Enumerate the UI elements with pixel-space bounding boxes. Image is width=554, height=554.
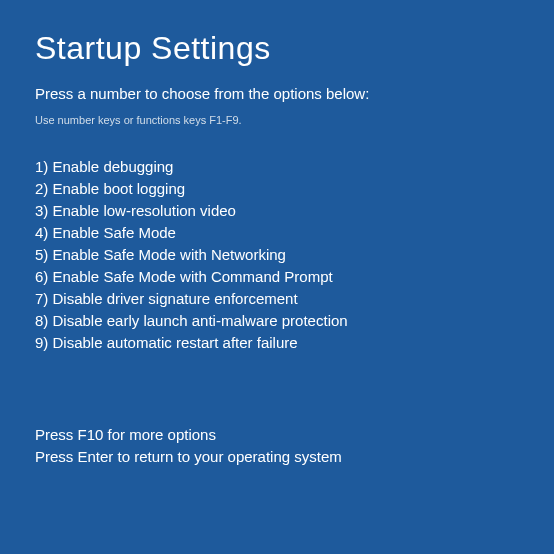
page-title: Startup Settings	[35, 30, 519, 67]
key-hint: Use number keys or functions keys F1-F9.	[35, 114, 519, 126]
option-disable-driver-signature-enforcement[interactable]: 7) Disable driver signature enforcement	[35, 288, 519, 310]
instruction-subtitle: Press a number to choose from the option…	[35, 85, 519, 102]
option-enable-safe-mode[interactable]: 4) Enable Safe Mode	[35, 222, 519, 244]
option-enable-safe-mode-networking[interactable]: 5) Enable Safe Mode with Networking	[35, 244, 519, 266]
more-options-hint: Press F10 for more options	[35, 424, 519, 446]
option-enable-debugging[interactable]: 1) Enable debugging	[35, 156, 519, 178]
return-os-hint: Press Enter to return to your operating …	[35, 446, 519, 468]
option-disable-automatic-restart[interactable]: 9) Disable automatic restart after failu…	[35, 332, 519, 354]
option-enable-low-resolution-video[interactable]: 3) Enable low-resolution video	[35, 200, 519, 222]
option-enable-safe-mode-command-prompt[interactable]: 6) Enable Safe Mode with Command Prompt	[35, 266, 519, 288]
option-disable-early-launch-anti-malware[interactable]: 8) Disable early launch anti-malware pro…	[35, 310, 519, 332]
option-enable-boot-logging[interactable]: 2) Enable boot logging	[35, 178, 519, 200]
options-list: 1) Enable debugging 2) Enable boot loggi…	[35, 156, 519, 354]
